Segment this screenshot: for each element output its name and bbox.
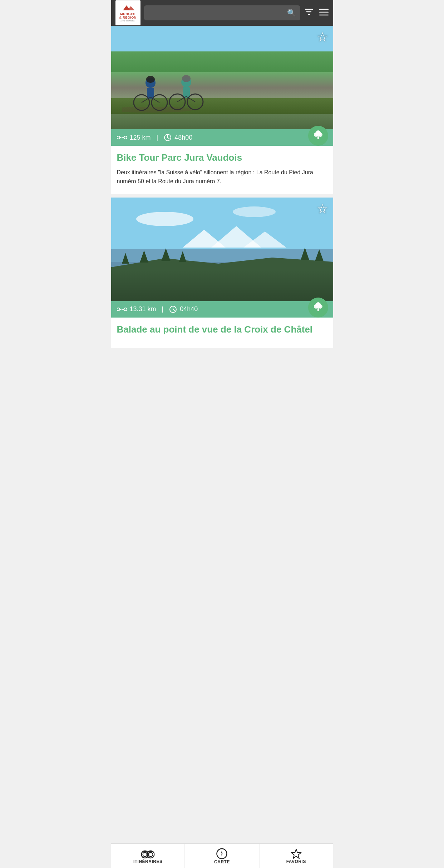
nature-badge-2 (308, 298, 328, 318)
stat-divider-2: | (162, 305, 164, 313)
stats-bar-2: 13.31 km | 04h40 (111, 301, 333, 318)
itinerary-card-2[interactable]: ☆ 13.31 km | 04h40 (111, 198, 333, 348)
svg-rect-4 (147, 88, 154, 99)
itinerary-card-1[interactable]: ☆ 125 km | 48h00 (111, 26, 333, 194)
svg-point-54 (316, 302, 320, 306)
nature-badge-1 (308, 126, 328, 146)
svg-point-13 (169, 94, 185, 110)
hamburger-icon (319, 8, 329, 16)
route-icon-1 (117, 135, 127, 140)
app-header: MORGES & RÉGION Slow Tourisme! 🔍 (111, 0, 333, 26)
route-icon-2 (117, 307, 127, 312)
stats-content-1: 125 km | 48h00 (117, 134, 327, 141)
svg-marker-36 (111, 258, 333, 301)
svg-point-14 (187, 94, 203, 110)
logo-text-region: & RÉGION (119, 16, 137, 20)
svg-point-43 (117, 308, 120, 311)
distance-1: 125 km (130, 134, 151, 141)
star-icon-1: ☆ (317, 30, 328, 44)
card-content-2: Balade au point de vue de la Croix de Ch… (111, 318, 333, 348)
svg-line-9 (151, 97, 159, 103)
search-icon: 🔍 (287, 9, 296, 17)
app-logo[interactable]: MORGES & RÉGION Slow Tourisme! (115, 0, 140, 25)
distance-2: 13.31 km (130, 305, 156, 313)
menu-button[interactable] (319, 8, 329, 19)
search-bar[interactable]: 🔍 (144, 5, 300, 20)
panorama-illustration (111, 198, 333, 301)
duration-2: 04h40 (180, 305, 198, 313)
svg-point-2 (122, 107, 193, 113)
nature-icon-1 (312, 129, 325, 142)
svg-point-45 (124, 308, 127, 311)
svg-rect-11 (183, 87, 190, 98)
svg-line-15 (177, 96, 186, 102)
filter-button[interactable] (304, 7, 314, 19)
svg-line-48 (173, 309, 174, 310)
favorite-button-1[interactable]: ☆ (317, 31, 328, 44)
svg-point-28 (316, 130, 320, 134)
card-image-1: ☆ (111, 26, 333, 129)
nature-icon-2 (312, 301, 325, 314)
svg-point-19 (124, 136, 127, 139)
duration-1: 48h00 (174, 134, 192, 141)
star-icon-2: ☆ (317, 201, 328, 216)
search-input[interactable] (148, 10, 286, 16)
card-image-2: ☆ (111, 198, 333, 301)
favorite-button-2[interactable]: ☆ (317, 203, 328, 215)
clock-icon-2 (169, 305, 177, 313)
svg-point-12 (182, 75, 191, 82)
svg-line-22 (168, 138, 169, 139)
svg-point-30 (136, 212, 193, 226)
card-description-1: Deux itinéraires "la Suisse à vélo" sill… (117, 168, 327, 186)
card-title-1[interactable]: Bike Tour Parc Jura Vaudois (117, 152, 327, 163)
logo-tagline: Slow Tourisme! (119, 20, 137, 22)
svg-point-5 (146, 76, 155, 83)
header-actions (304, 7, 329, 19)
stats-content-2: 13.31 km | 04h40 (117, 305, 327, 313)
svg-point-7 (152, 95, 167, 110)
svg-point-6 (134, 95, 149, 110)
logo-mountain-icon (119, 4, 136, 11)
svg-line-8 (142, 97, 151, 103)
svg-rect-27 (317, 136, 319, 139)
filter-icon (304, 7, 314, 17)
clock-icon-1 (164, 134, 172, 141)
svg-point-17 (117, 136, 120, 139)
card-title-2[interactable]: Balade au point de vue de la Croix de Ch… (117, 324, 327, 335)
svg-point-31 (233, 206, 276, 217)
card-content-1: Bike Tour Parc Jura Vaudois Deux itinéra… (111, 146, 333, 194)
svg-rect-53 (317, 308, 319, 311)
stats-bar-1: 125 km | 48h00 (111, 129, 333, 146)
cyclists-illustration (122, 47, 236, 119)
stat-divider-1: | (157, 134, 158, 141)
svg-line-16 (186, 96, 195, 102)
